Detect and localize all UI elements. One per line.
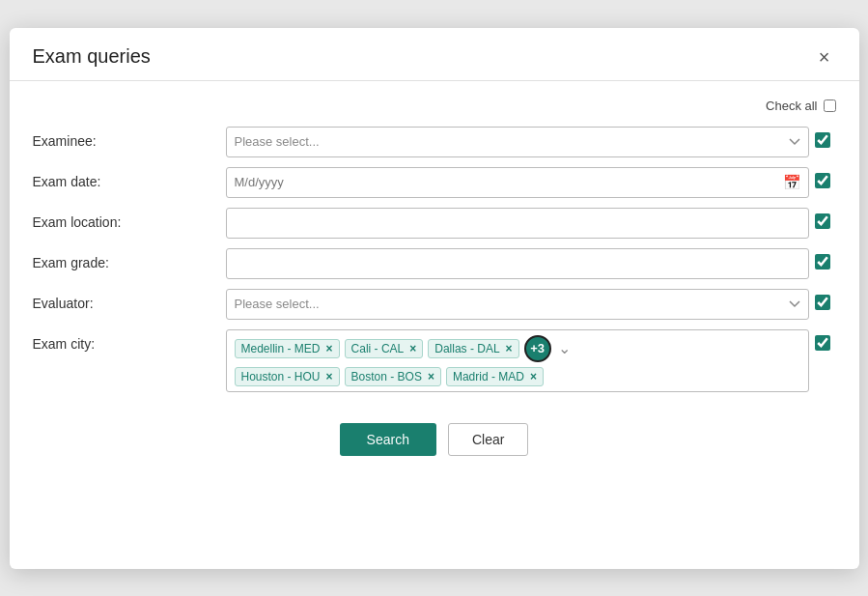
dialog-title: Exam queries [33,45,151,68]
exam-location-label: Exam location: [33,208,226,230]
city-tag-dallas: Dallas - DAL × [428,339,518,358]
exam-grade-label: Exam grade: [33,248,226,270]
city-tag-madrid-close[interactable]: × [530,371,537,383]
exam-grade-input[interactable] [226,248,809,279]
exam-location-input[interactable] [226,208,809,239]
city-tag-cali-label: Cali - CAL [351,342,405,355]
city-tag-houston-label: Houston - HOU [241,370,321,383]
city-dropdown-arrow-icon[interactable]: ⌄ [558,339,571,357]
city-tag-medellin-label: Medellin - MED [241,342,321,355]
exam-location-checkbox[interactable] [815,213,830,229]
evaluator-row: Evaluator: Please select... [33,289,836,320]
check-all-label: Check all [766,99,817,113]
search-button[interactable]: Search [340,423,436,456]
city-tag-cali-close[interactable]: × [409,343,416,355]
city-tag-houston: Houston - HOU × [235,367,340,386]
examinee-checkbox[interactable] [815,132,830,148]
examinee-row: Examinee: Please select... [33,127,836,157]
exam-grade-row: Exam grade: [33,248,836,279]
city-tag-houston-close[interactable]: × [326,371,333,383]
city-tag-dallas-label: Dallas - DAL [434,342,499,355]
city-tag-cali: Cali - CAL × [345,339,424,358]
dialog-header: Exam queries × [10,28,859,81]
exam-city-row: Exam city: Medellin - MED × Cali - CAL × [33,329,836,392]
evaluator-label: Evaluator: [33,289,226,311]
city-tag-boston-label: Boston - BOS [351,370,422,383]
city-multiselect[interactable]: Medellin - MED × Cali - CAL × Dallas - D… [226,329,809,392]
exam-grade-control [226,248,809,279]
exam-grade-checkbox[interactable] [815,254,830,270]
exam-date-control: 📅 [226,167,809,198]
exam-location-checkbox-col [809,208,836,229]
city-tag-madrid: Madrid - MAD × [446,367,544,386]
evaluator-select[interactable]: Please select... [226,289,809,320]
examinee-checkbox-col [809,127,836,148]
dialog-body: Check all Examinee: Please select... Exa… [10,81,859,479]
city-tag-dallas-close[interactable]: × [506,343,513,355]
city-tag-boston: Boston - BOS × [345,367,441,386]
exam-city-checkbox[interactable] [815,335,830,351]
exam-date-checkbox[interactable] [815,173,830,188]
evaluator-control: Please select... [226,289,809,320]
close-button[interactable]: × [813,45,836,69]
exam-grade-checkbox-col [809,248,836,270]
exam-queries-dialog: Exam queries × Check all Examinee: Pleas… [10,28,859,569]
clear-button[interactable]: Clear [448,423,528,456]
actions-row: Search Clear [33,423,836,456]
exam-location-control [226,208,809,239]
exam-date-input[interactable] [226,167,809,198]
check-all-checkbox[interactable] [824,99,836,112]
exam-city-label: Exam city: [33,329,226,352]
date-input-wrap: 📅 [226,167,809,198]
city-tag-madrid-label: Madrid - MAD [453,370,524,383]
city-tag-medellin-close[interactable]: × [326,343,333,355]
evaluator-checkbox-col [809,289,836,310]
exam-city-checkbox-col [809,329,836,351]
plus-badge[interactable]: +3 [524,335,551,362]
exam-location-row: Exam location: [33,208,836,239]
examinee-label: Examinee: [33,127,226,149]
evaluator-checkbox[interactable] [815,295,830,310]
examinee-select[interactable]: Please select... [226,127,809,157]
exam-date-checkbox-col [809,167,836,188]
city-tag-medellin: Medellin - MED × [235,339,340,358]
city-tag-boston-close[interactable]: × [428,371,434,383]
check-all-row: Check all [33,99,836,113]
city-tags-row1: Medellin - MED × Cali - CAL × Dallas - D… [235,335,800,362]
exam-date-label: Exam date: [33,167,226,189]
city-tags-row2: Houston - HOU × Boston - BOS × Madrid - … [235,367,800,386]
exam-date-row: Exam date: 📅 [33,167,836,198]
exam-city-control: Medellin - MED × Cali - CAL × Dallas - D… [226,329,809,392]
examinee-control: Please select... [226,127,809,157]
